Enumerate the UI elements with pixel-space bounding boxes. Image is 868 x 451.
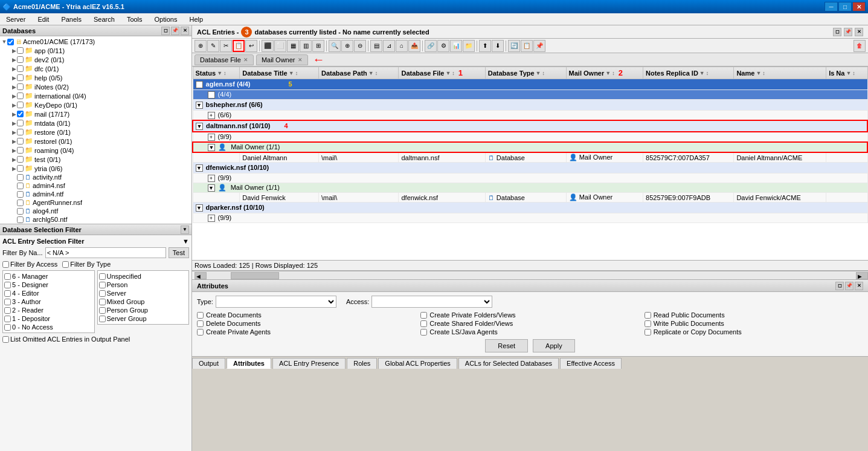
tree-toggle[interactable]: ▶ [11,75,17,81]
tree-toggle[interactable]: ▶ [11,111,17,117]
tree-toggle[interactable]: ▶ [11,157,17,163]
tb-btn-20[interactable]: 📁 [463,40,475,52]
tree-item[interactable]: ▶ 📁 restorel (0/1) [1,137,190,146]
subgroup-expand-btn[interactable]: + [208,112,215,119]
filter-access-checkbox[interactable] [2,261,9,268]
tree-checkbox[interactable] [17,138,24,144]
access-checkbox[interactable] [4,316,11,322]
tab-attributes[interactable]: Attributes [227,358,271,369]
tree-checkbox-root[interactable] [7,39,14,45]
tree-toggle[interactable]: ▶ [11,129,17,135]
tab-acl-entry-presence[interactable]: ACL Entry Presence [272,358,346,369]
scroll-right-btn[interactable]: ► [856,272,868,279]
create-private-folders-checkbox[interactable] [420,312,427,319]
subgroup-expand-btn[interactable]: + [208,134,215,141]
tb-btn-24[interactable]: 📋 [521,40,533,52]
access-checkbox[interactable] [4,299,11,305]
tree-item[interactable]: ▶ 📁 app (0/11) [1,46,190,55]
tree-toggle[interactable]: ▶ [11,138,17,144]
tb-btn-16[interactable]: 📤 [408,40,420,52]
col-db-path[interactable]: Database Path▼↕ [318,67,399,79]
tree-toggle[interactable]: ▶ [11,102,17,108]
read-public-docs-checkbox[interactable] [645,312,651,319]
col-db-title[interactable]: Database Title▼↕ [240,67,319,79]
tree-item[interactable]: ▶ 📁 test (0/1) [1,155,190,164]
db-filter-toggle[interactable]: ▼ [181,225,189,234]
tb-btn-15[interactable]: ⌂ [396,40,408,52]
create-private-agents-checkbox[interactable] [197,329,204,336]
tree-checkbox[interactable] [17,83,24,90]
tb-btn-25[interactable]: 📌 [533,40,545,52]
table-row-subgroup[interactable]: + (9/9) [193,132,867,142]
table-row-group[interactable]: ▼ dparker.nsf (10/10) [193,203,867,213]
tree-item[interactable]: 🗒 archlg50.ntf [1,215,190,224]
h-scrollbar[interactable]: ◄ ► [192,271,868,279]
type-checkbox[interactable] [99,307,106,314]
type-checkbox[interactable] [99,282,106,288]
tree-item[interactable]: ▶ 📁 KeyDepo (0/1) [1,100,190,109]
tb-btn-8[interactable]: ▥ [300,40,312,52]
tb-btn-3[interactable]: ✂ [220,40,232,52]
table-row-subgroup[interactable]: + (9/9) [193,213,867,223]
access-checkbox[interactable] [4,290,11,297]
acl-panel-close[interactable]: ✕ [855,28,863,36]
panel-pin-button[interactable]: 📌 [171,27,179,35]
acl-filter-collapse[interactable]: ▼ [182,238,189,245]
tb-btn-6[interactable]: ⬜ [274,40,286,52]
tb-btn-1[interactable]: ⊕ [194,40,207,52]
type-checkbox[interactable] [99,273,106,280]
tree-toggle[interactable]: ▶ [11,84,17,90]
create-ls-java-checkbox[interactable] [420,329,427,336]
filter-test-button[interactable]: Test [169,247,189,258]
tree-item-mail[interactable]: ▶ 📁 mail (17/17) [1,109,190,118]
tree-checkbox[interactable] [17,208,24,215]
tab-acls-selected[interactable]: ACLs for Selected Databases [458,358,559,369]
table-row-mailowner[interactable]: ▼ 👤 Mail Owner (1/1) [193,142,867,152]
menu-search[interactable]: Search [90,15,118,24]
menu-tools[interactable]: Tools [123,15,146,24]
tb-btn-7[interactable]: ▦ [287,40,299,52]
tree-item[interactable]: 🗒 admin4.ntf [1,190,190,198]
subgroup-expand-btn[interactable]: + [208,215,215,222]
table-row-mailowner[interactable]: ▼ 👤 Mail Owner (1/1) [193,183,867,193]
tree-checkbox[interactable] [17,129,24,135]
table-row-subgroup[interactable]: + (4/4) [193,90,867,100]
tree-checkbox[interactable] [17,147,24,154]
type-checkbox[interactable] [99,316,106,322]
filter-tab-dbfile-close[interactable]: ✕ [243,57,248,63]
tree-item-roaming[interactable]: ▶ 📁 roaming (0/4) [1,146,190,155]
attr-close-btn[interactable]: ✕ [855,282,863,290]
tb-btn-4[interactable]: ↩ [245,40,257,52]
col-name[interactable]: Name▼↕ [734,67,826,79]
tree-checkbox[interactable] [17,191,24,198]
tree-item[interactable]: ▶ 📁 dev2 (0/1) [1,55,190,64]
col-db-type[interactable]: Database Type▼↕ [485,67,566,79]
tree-item[interactable]: ▶ 📁 dfc (0/1) [1,64,190,73]
table-row-group[interactable]: ▼ dfenwick.nsf (10/10) [193,163,867,174]
type-checkbox[interactable] [99,290,106,297]
tree-checkbox-mail[interactable] [17,111,24,117]
access-checkbox[interactable] [4,273,11,280]
menu-help[interactable]: Help [185,15,207,24]
reset-button[interactable]: Reset [485,339,528,352]
scroll-track[interactable] [207,272,856,279]
group-expand-btn[interactable]: ▼ [196,102,203,109]
tree-toggle[interactable]: ▶ [11,93,17,99]
tree-checkbox[interactable] [17,183,24,189]
close-button[interactable]: ✕ [852,2,866,11]
filter-tab-mailowner[interactable]: Mail Owner ✕ [256,54,308,65]
access-checkbox[interactable] [4,307,11,314]
database-tree[interactable]: ▼ 🖥 Acme01/ACME (17/173) ▶ 📁 app (0/11) … [0,36,191,224]
tree-toggle[interactable]: ▶ [11,148,17,154]
table-row-group-daltmann[interactable]: ▼ daltmann.nsf (10/10) 4 [193,120,867,132]
db-filter-header[interactable]: Database Selection Filter ▼ [0,224,191,235]
mailowner-expand-btn[interactable]: ▼ [208,144,215,151]
table-row-group[interactable]: ▼ aglen.nsf (4/4) 5 [193,79,867,90]
col-replica-id[interactable]: Notes Replica ID▼↕ [643,67,734,79]
tb-btn-21[interactable]: ⬆ [479,40,491,52]
table-row-group[interactable]: ▼ bshepher.nsf (6/6) [193,100,867,111]
tree-checkbox[interactable] [17,156,24,163]
tree-toggle[interactable]: ▶ [11,57,17,63]
write-public-docs-checkbox[interactable] [645,320,651,327]
tree-item[interactable]: ▶ 📁 ytria (0/6) [1,164,190,173]
